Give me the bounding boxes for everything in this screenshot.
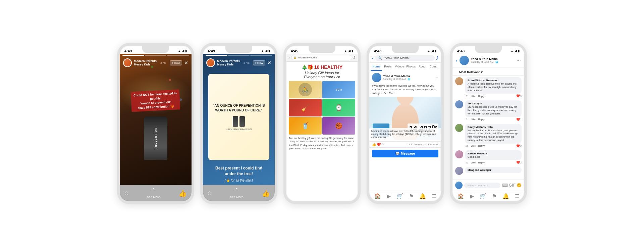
avatar-image-1 <box>124 59 131 66</box>
reaction-number: 72 <box>381 143 384 146</box>
home-nav-icon[interactable]: 🏠 <box>374 193 381 199</box>
fb-message-button[interactable]: 💬 Message <box>372 150 438 157</box>
follow-button-2[interactable]: Follow <box>253 60 265 65</box>
browser-share-btn[interactable]: ⤴ <box>354 56 355 59</box>
fb-tab-home[interactable]: Home <box>371 63 382 71</box>
browser-address-bar[interactable]: ‹ 🔒 kristenhewitt.me ⤴ <box>286 54 358 62</box>
signal-icon: ▲ <box>178 49 181 53</box>
share-icon-2[interactable]: ⬡ <box>208 191 212 196</box>
commenter-avatar-2 <box>455 100 463 108</box>
fb-tab-about[interactable]: About <box>417 63 428 71</box>
comment-author-4: Natalia Ferreira <box>468 152 519 155</box>
comment-like-1[interactable]: Like <box>471 95 476 97</box>
wifi-icon-2: ◀ <box>265 49 267 53</box>
story-footer-2[interactable]: ⬡ ⌃ See More 👍 <box>203 185 275 201</box>
comment-text-input[interactable]: Write a comment... <box>464 183 500 188</box>
menu-nav-5[interactable]: ☰ <box>515 193 520 199</box>
flag-nav-5[interactable]: ⚑ <box>492 193 497 199</box>
fb-share-button[interactable]: ⤴ <box>436 55 438 61</box>
comment-author-2: Joni Smyth <box>468 102 519 105</box>
comment-reply-3[interactable]: Reply <box>478 145 485 147</box>
flag-nav-icon[interactable]: ⚑ <box>409 193 414 199</box>
emoji-icon[interactable]: 😊 <box>517 183 522 188</box>
phone-3: 4:45 ▲ ◀ ▮ ‹ 🔒 kristenhewitt.me ⤴ 🎄🎁 10 … <box>283 43 361 204</box>
comment-more-button[interactable]: ··· <box>517 57 521 63</box>
comment-reactions-1: ❤️ 3 <box>516 94 522 98</box>
signal-icon-2: ▲ <box>261 49 264 53</box>
progress-bar-1 <box>122 55 144 56</box>
comment-like-4[interactable]: Like <box>471 161 476 164</box>
story-avatar-1 <box>123 58 132 67</box>
see-more-section-2[interactable]: ⌃ See More <box>230 187 243 199</box>
mini-bottle-1 <box>233 116 238 127</box>
home-nav-5[interactable]: 🏠 <box>458 193 464 199</box>
share-icon-1[interactable]: ⬡ <box>124 191 128 196</box>
most-relevant-label[interactable]: Most Relevant ∨ <box>456 69 486 75</box>
fb-tab-more[interactable]: Com... <box>428 63 440 71</box>
see-more-section-1[interactable]: ⌃ See More <box>147 187 160 199</box>
lock-icon: 🔒 <box>293 56 297 59</box>
fb-tab-videos[interactable]: Videos <box>394 63 405 71</box>
story-body-2: "AN OUNCE OF PREVENTION IS WORTH A POUND… <box>203 69 275 185</box>
gif-icon[interactable]: GIF <box>509 183 516 188</box>
wifi-icon-4: ◀ <box>431 49 434 53</box>
video-nav-5[interactable]: ▶ <box>470 193 474 199</box>
phone-1: 4:49 ▲ ◀ ▮ Modern Parents Messy Kid <box>117 43 194 204</box>
keyboard-icon[interactable]: ⌨ <box>502 183 508 188</box>
status-icons-3: ▲ ◀ ▮ <box>344 49 353 53</box>
time-5: 4:43 <box>457 49 465 53</box>
fb-reaction-counts[interactable]: 👍 ❤️ 72 <box>372 143 384 146</box>
message-label[interactable]: Message <box>401 152 415 155</box>
fb-post-more-button[interactable]: ··· <box>434 75 438 80</box>
marketplace-nav-icon[interactable]: 🛒 <box>396 193 403 199</box>
story-footer-1[interactable]: ⬡ ⌃ See More 👍 <box>120 185 192 201</box>
fb-tab-posts[interactable]: Posts <box>382 63 393 71</box>
fb-search-text: Tried & True Mama <box>383 56 409 60</box>
progress-bar-2 <box>145 55 167 56</box>
quote-card: "AN OUNCE OF PREVENTION IS WORTH A POUND… <box>208 74 269 160</box>
follow-button-1[interactable]: Follow <box>170 60 182 65</box>
fb-back-button[interactable]: ‹ <box>372 55 374 61</box>
comment-reply-2[interactable]: Reply <box>478 118 485 120</box>
fb-tab-photos[interactable]: Photos <box>405 63 417 71</box>
fb-search-bar[interactable]: 🔍 Tried & True Mama <box>375 55 435 61</box>
wifi-icon-5: ◀ <box>515 49 517 53</box>
url-input-bar[interactable]: 🔒 kristenhewitt.me <box>291 55 352 60</box>
fb-comment-share-counts[interactable]: 12 Comments · 11 Shares <box>407 143 438 146</box>
prevention-bottle-illustration: PREVENTION <box>144 116 167 160</box>
like-icon-2[interactable]: 👍 <box>262 189 270 197</box>
browser-back-btn[interactable]: ‹ <box>289 56 290 59</box>
input-action-icons: ⌨ GIF 😊 <box>502 183 522 188</box>
progress-bar-2a <box>206 55 227 56</box>
most-relevant-bar[interactable]: Most Relevant ∨ <box>452 67 524 76</box>
see-more-label-2[interactable]: See More <box>230 195 243 199</box>
fitness-icon: ⌚ <box>335 104 342 111</box>
comment-like-2[interactable]: Like <box>471 118 476 120</box>
comment-count: 12 Comments <box>407 143 424 146</box>
comment-reply-1[interactable]: Reply <box>478 95 485 97</box>
time-2: 4:49 <box>208 49 215 53</box>
battery-icon: ▮ <box>185 49 187 53</box>
see-more-label-1[interactable]: See More <box>147 195 160 199</box>
roller-icon: 🧹 <box>301 104 310 112</box>
like-reaction-icon: 👍 <box>372 143 376 146</box>
comment-reply-4[interactable]: Reply <box>478 161 485 164</box>
comment-post-time: Saturday at 10:05 AM · 🌐 <box>471 61 515 63</box>
comment-back-button[interactable]: ‹ <box>456 58 458 63</box>
story-time-2: 3 hrs <box>244 61 250 64</box>
comment-input-area[interactable]: Write a comment... ⌨ GIF 😊 <box>452 180 524 191</box>
bell-nav-5[interactable]: 🔔 <box>502 193 509 199</box>
comment-like-3[interactable]: Like <box>471 145 476 147</box>
bell-nav-icon[interactable]: 🔔 <box>419 193 426 199</box>
wifi-icon-3: ◀ <box>348 49 351 53</box>
fb-post-body-text: If you have too many toys like we do, ho… <box>369 84 441 97</box>
video-nav-icon[interactable]: ▶ <box>387 193 391 199</box>
story-content-2: Modern Parents Messy Kids 3 hrs Follow ✕… <box>203 54 275 185</box>
like-icon-1[interactable]: 👍 <box>178 189 187 197</box>
shop-nav-5[interactable]: 🛒 <box>480 193 486 199</box>
close-icon-1[interactable]: ✕ <box>184 60 188 65</box>
comment-author-3: Emily McCarty Kato <box>468 126 519 129</box>
close-icon-2[interactable]: ✕ <box>267 60 271 65</box>
menu-nav-icon[interactable]: ☰ <box>432 193 436 199</box>
comment-bubble-4: Natalia Ferreira Good idea! <box>465 150 522 160</box>
